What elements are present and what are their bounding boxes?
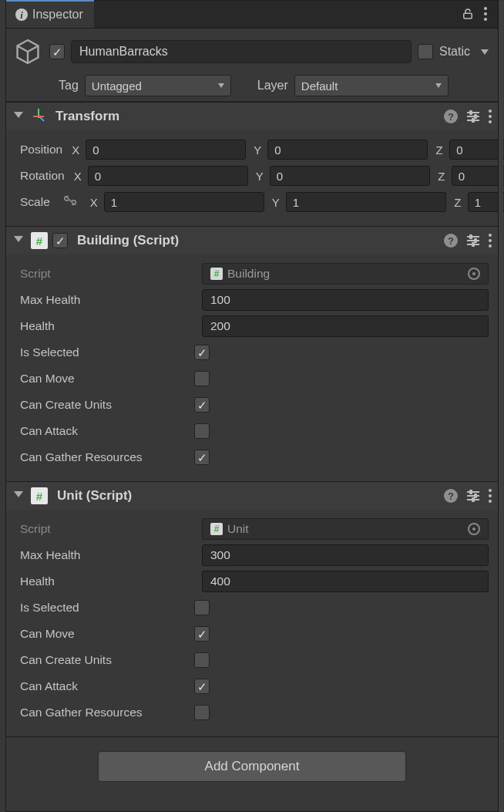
script-mini-icon: [210, 523, 223, 535]
lock-icon[interactable]: [461, 7, 475, 21]
tag-label: Tag: [59, 79, 79, 93]
rotation-row: Rotation X Y Z: [20, 163, 489, 189]
script-object-field[interactable]: Building: [202, 263, 489, 285]
static-dropdown-icon[interactable]: [481, 49, 489, 55]
component-header-building[interactable]: Building (Script) ?: [6, 227, 498, 254]
layer-dropdown[interactable]: Default: [294, 75, 449, 96]
svg-rect-0: [464, 13, 472, 19]
script-icon: [31, 232, 48, 249]
can-gather-checkbox[interactable]: [194, 705, 210, 720]
is-selected-checkbox[interactable]: [194, 600, 210, 615]
chevron-down-icon: [218, 83, 224, 88]
enabled-checkbox[interactable]: [49, 44, 65, 59]
scale-label: Scale: [20, 195, 50, 209]
max-health-input[interactable]: [202, 289, 489, 311]
rotation-y-input[interactable]: [270, 166, 430, 186]
health-input[interactable]: [202, 315, 489, 337]
component-menu-icon[interactable]: [489, 110, 492, 123]
health-label: Health: [20, 574, 194, 588]
max-health-label: Max Health: [20, 548, 194, 562]
component-title: Building (Script): [72, 233, 439, 248]
can-create-units-label: Can Create Units: [20, 653, 194, 667]
can-move-checkbox[interactable]: [194, 371, 210, 386]
can-attack-checkbox[interactable]: [194, 423, 210, 439]
script-name: Unit: [227, 522, 249, 536]
foldout-icon[interactable]: [14, 236, 23, 246]
health-input[interactable]: [202, 571, 489, 592]
object-picker-icon[interactable]: [468, 268, 480, 280]
component-menu-icon[interactable]: [489, 489, 492, 503]
object-picker-icon[interactable]: [468, 523, 480, 535]
component-header-transform[interactable]: Transform ?: [6, 103, 498, 130]
help-icon[interactable]: ?: [444, 489, 458, 503]
help-icon[interactable]: ?: [444, 234, 458, 248]
component-header-unit[interactable]: Unit (Script) ?: [6, 482, 498, 510]
script-mini-icon: [210, 268, 223, 280]
can-create-units-checkbox[interactable]: [194, 652, 210, 668]
scale-y-input[interactable]: [286, 192, 446, 212]
chevron-down-icon: [435, 83, 442, 88]
can-move-label: Can Move: [20, 372, 194, 386]
max-health-input[interactable]: [202, 544, 489, 566]
tag-value: Untagged: [92, 79, 142, 93]
axis-y-label: Y: [252, 143, 263, 157]
script-object-field[interactable]: Unit: [202, 518, 489, 540]
can-move-checkbox[interactable]: [194, 626, 210, 642]
game-object-icon[interactable]: [12, 36, 43, 67]
can-attack-checkbox[interactable]: [194, 679, 210, 694]
info-icon: i: [15, 8, 28, 21]
tab-inspector[interactable]: i Inspector: [6, 0, 94, 28]
component-building: Building (Script) ? Script Building Max …: [6, 226, 498, 481]
component-transform: Transform ? Position X Y Z Rotation: [6, 102, 498, 226]
health-label: Health: [20, 319, 194, 333]
add-component-button[interactable]: Add Component: [98, 751, 406, 782]
tab-menu-icon[interactable]: [484, 7, 487, 21]
tab-bar: i Inspector: [6, 1, 498, 29]
foldout-icon[interactable]: [14, 112, 23, 122]
preset-icon[interactable]: [467, 112, 479, 121]
layer-value: Default: [301, 79, 338, 93]
component-title: Unit (Script): [52, 488, 439, 504]
is-selected-checkbox[interactable]: [194, 345, 210, 360]
script-name: Building: [227, 267, 270, 281]
rotation-x-input[interactable]: [88, 166, 248, 186]
component-enabled-checkbox[interactable]: [52, 233, 68, 248]
position-row: Position X Y Z: [20, 136, 489, 163]
scale-x-input[interactable]: [104, 192, 264, 212]
tag-dropdown[interactable]: Untagged: [85, 75, 231, 96]
position-y-input[interactable]: [267, 140, 428, 160]
script-field-label: Script: [20, 522, 194, 536]
layer-label: Layer: [257, 79, 288, 93]
can-create-units-checkbox[interactable]: [194, 397, 210, 413]
position-z-input[interactable]: [449, 140, 504, 160]
help-icon[interactable]: ?: [444, 110, 458, 123]
axis-x-label: X: [70, 143, 81, 157]
scale-row: Scale X Y Z: [20, 189, 489, 215]
axis-z-label: Z: [434, 143, 445, 157]
can-attack-label: Can Attack: [20, 679, 194, 693]
inspector-panel: i Inspector Static Tag Un: [5, 0, 499, 812]
position-label: Position: [20, 143, 62, 157]
preset-icon[interactable]: [467, 491, 479, 500]
component-menu-icon[interactable]: [489, 234, 492, 248]
foldout-icon[interactable]: [14, 491, 23, 501]
static-label: Static: [439, 45, 470, 59]
position-x-input[interactable]: [86, 140, 246, 160]
object-name-input[interactable]: [71, 40, 412, 63]
tab-label: Inspector: [32, 8, 83, 22]
can-move-label: Can Move: [20, 627, 194, 641]
transform-icon: [31, 109, 46, 124]
component-unit: Unit (Script) ? Script Unit Max Health H…: [6, 481, 498, 736]
static-checkbox[interactable]: [418, 44, 433, 59]
constrain-proportions-icon[interactable]: [62, 194, 78, 210]
can-gather-checkbox[interactable]: [194, 450, 210, 465]
scrollbar-gutter: [498, 1, 503, 811]
rotation-z-input[interactable]: [452, 166, 504, 186]
max-health-label: Max Health: [20, 293, 194, 307]
is-selected-label: Is Selected: [20, 601, 194, 615]
can-create-units-label: Can Create Units: [20, 398, 194, 412]
component-title: Transform: [51, 109, 439, 124]
preset-icon[interactable]: [467, 236, 479, 245]
can-gather-label: Can Gather Resources: [20, 450, 194, 464]
can-attack-label: Can Attack: [20, 424, 194, 438]
